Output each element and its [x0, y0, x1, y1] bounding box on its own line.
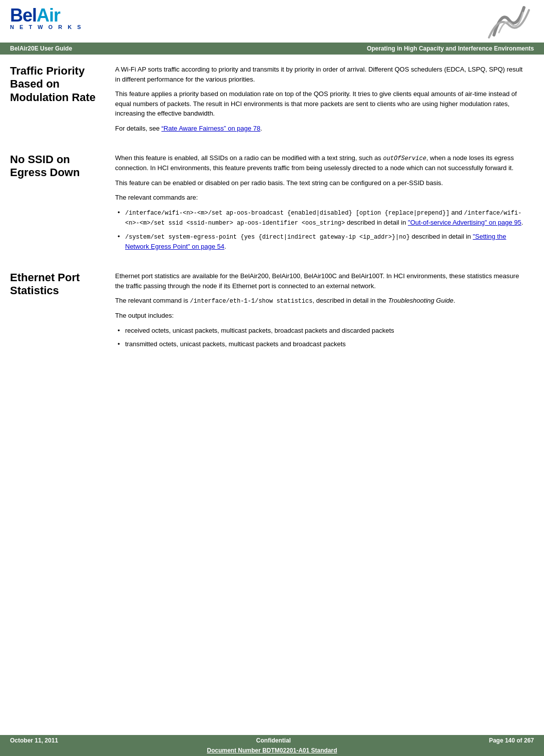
- traffic-para-3-suffix: .: [260, 125, 262, 132]
- no-ssid-para-1-prefix: When this feature is enabled, all SSIDs …: [115, 154, 383, 162]
- footer-row1: October 11, 2011 Confidential Page 140 o…: [0, 735, 544, 746]
- no-ssid-italic: outOfService: [383, 155, 426, 162]
- no-ssid-para-1: When this feature is enabled, all SSIDs …: [115, 153, 529, 173]
- footer-doc: Document Number BDTM02201-A01 Standard: [0, 746, 544, 756]
- section-ethernet: Ethernet Port Statistics Ethernet port s…: [10, 271, 529, 354]
- logo: BelAir: [10, 5, 83, 26]
- ethernet-para-2-suffix: , described in detail in the: [312, 297, 388, 304]
- no-ssid-bullet-1-end: .: [521, 219, 523, 226]
- section-no-ssid: No SSID on Egress Down When this feature…: [10, 153, 529, 256]
- no-ssid-bullet-1-code1: /interface/wifi-<n>-<m>/set ap-oos-broad…: [125, 210, 449, 217]
- no-ssid-bullet-2-text1: described in detail in: [412, 233, 473, 240]
- belair-decorative-icon: [484, 5, 534, 40]
- traffic-para-1: A Wi-Fi AP sorts traffic according to pr…: [115, 65, 529, 84]
- ethernet-para-2-end: .: [453, 297, 455, 304]
- section-body-ethernet: Ethernet port statistics are available f…: [115, 271, 529, 354]
- ethernet-para-3: The output includes:: [115, 311, 529, 321]
- ethernet-para-2-italic: Troubleshooting Guide: [388, 297, 453, 304]
- traffic-para-3: For details, see “Rate Aware Fairness” o…: [115, 124, 529, 134]
- ethernet-bullet-1: received octets, unicast packets, multic…: [115, 326, 529, 336]
- footer-area: October 11, 2011 Confidential Page 140 o…: [0, 735, 544, 756]
- nav-right: Operating in High Capacity and Interfere…: [367, 45, 534, 52]
- section-title-no-ssid: No SSID on Egress Down: [10, 153, 105, 256]
- ethernet-para-2-code: /interface/eth-1-1/show statistics: [190, 298, 313, 305]
- no-ssid-bullet-1-text2: described in detail in: [347, 219, 408, 226]
- ethernet-para-2: The relevant command is /interface/eth-1…: [115, 296, 529, 306]
- ethernet-para-2-prefix: The relevant command is: [115, 297, 190, 304]
- section-title-traffic-priority: Traffic Priority Based on Modulation Rat…: [10, 65, 105, 138]
- logo-networks: N E T W O R K S: [10, 24, 83, 30]
- no-ssid-bullet-1: /interface/wifi-<n>-<m>/set ap-oos-broad…: [115, 208, 529, 228]
- main-content: Traffic Priority Based on Modulation Rat…: [0, 55, 544, 379]
- traffic-para-2: This feature applies a priority based on…: [115, 89, 529, 119]
- ethernet-para-1: Ethernet port statistics are available f…: [115, 271, 529, 291]
- logo-bel: Bel: [10, 5, 37, 26]
- page-header: BelAir N E T W O R K S: [0, 0, 544, 43]
- section-body-no-ssid: When this feature is enabled, all SSIDs …: [115, 153, 529, 256]
- rate-aware-link[interactable]: “Rate Aware Fairness” on page 78: [162, 125, 261, 132]
- nav-bar: BelAir20E User Guide Operating in High C…: [0, 43, 544, 55]
- no-ssid-bullets: /interface/wifi-<n>-<m>/set ap-oos-broad…: [115, 208, 529, 252]
- footer-date: October 11, 2011: [10, 737, 58, 744]
- section-traffic-priority: Traffic Priority Based on Modulation Rat…: [10, 65, 529, 138]
- logo-area: BelAir N E T W O R K S: [10, 5, 83, 30]
- no-ssid-bullet-2: /system/set system-egress-point {yes {di…: [115, 232, 529, 252]
- no-ssid-bullet-2-code1: /system/set system-egress-point {yes {di…: [125, 234, 410, 241]
- footer-confidential: Confidential: [256, 737, 291, 744]
- footer-page: Page 140 of 267: [489, 737, 534, 744]
- no-ssid-para-3: The relevant commands are:: [115, 193, 529, 203]
- section-body-traffic-priority: A Wi-Fi AP sorts traffic according to pr…: [115, 65, 529, 138]
- ethernet-bullet-2: transmitted octets, unicast packets, mul…: [115, 339, 529, 349]
- traffic-para-3-text: For details, see: [115, 125, 162, 132]
- logo-air: Air: [37, 5, 60, 26]
- section-title-ethernet: Ethernet Port Statistics: [10, 271, 105, 354]
- no-ssid-para-2: This feature can be enabled or disabled …: [115, 178, 529, 188]
- ethernet-bullets: received octets, unicast packets, multic…: [115, 326, 529, 349]
- nav-left: BelAir20E User Guide: [10, 45, 72, 52]
- oos-advertising-link[interactable]: "Out-of-service Advertising" on page 95: [408, 219, 521, 226]
- no-ssid-bullet-1-text1: and: [451, 209, 464, 216]
- no-ssid-bullet-2-end: .: [224, 243, 226, 250]
